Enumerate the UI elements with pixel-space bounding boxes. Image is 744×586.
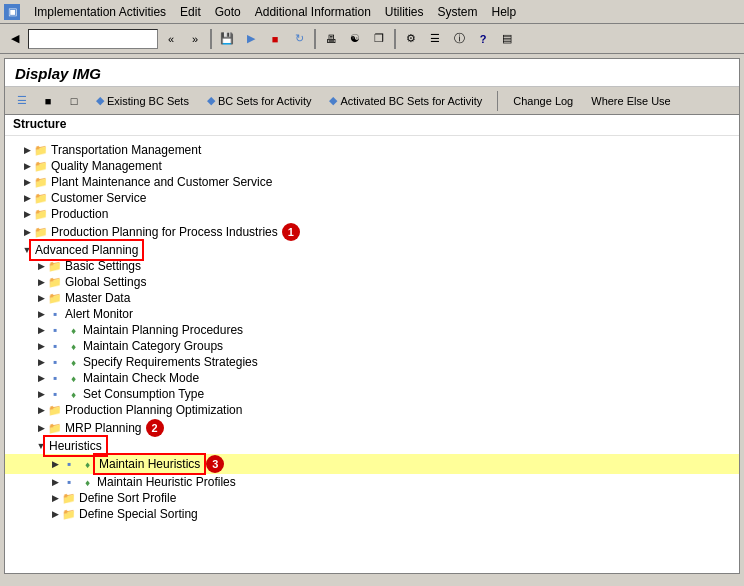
tree-arrow[interactable]: ▶ — [35, 276, 47, 288]
tree-item[interactable]: ▶▪⬧Maintain Check Mode — [5, 370, 739, 386]
help-icon[interactable]: ? — [472, 28, 494, 50]
tree-arrow[interactable]: ▶ — [49, 476, 61, 488]
tree-item-label: Specify Requirements Strategies — [83, 355, 258, 369]
tree-arrow[interactable]: ▶ — [21, 208, 33, 220]
tree-arrow[interactable]: ▶ — [35, 308, 47, 320]
toolbar-input[interactable] — [28, 29, 158, 49]
menu-system[interactable]: System — [432, 3, 484, 21]
tree-item-label: Customer Service — [51, 191, 146, 205]
tree-arrow[interactable]: ▼ — [35, 440, 47, 452]
tree-item[interactable]: ▶📁Customer Service — [5, 190, 739, 206]
menu-additional-information[interactable]: Additional Information — [249, 3, 377, 21]
tree-item-label: Basic Settings — [65, 259, 141, 273]
tree-arrow[interactable]: ▶ — [35, 388, 47, 400]
menu-implementation-activities[interactable]: Implementation Activities — [28, 3, 172, 21]
bc-existing-sets[interactable]: ◆ Existing BC Sets — [89, 91, 196, 110]
menu-edit[interactable]: Edit — [174, 3, 207, 21]
step-badge: 1 — [282, 223, 300, 241]
tree-item[interactable]: ▶📁Basic Settings — [5, 258, 739, 274]
main-content: Display IMG ☰ ■ □ ◆ Existing BC Sets ◆ B… — [4, 58, 740, 574]
tree-item-label: Set Consumption Type — [83, 387, 204, 401]
tree-item-label: Quality Management — [51, 159, 162, 173]
tree-item[interactable]: ▶▪Alert Monitor — [5, 306, 739, 322]
print-icon[interactable]: 🖶 — [320, 28, 342, 50]
tree-item[interactable]: ▶▪⬧Maintain Heuristic Profiles — [5, 474, 739, 490]
settings-icon[interactable]: ⚙ — [400, 28, 422, 50]
tree-arrow[interactable]: ▶ — [21, 192, 33, 204]
tree-item[interactable]: ▶📁Transportation Management — [5, 142, 739, 158]
nav-fwd-icon[interactable]: » — [184, 28, 206, 50]
tree-item[interactable]: ▼Advanced Planning — [5, 242, 739, 258]
tree-arrow[interactable]: ▶ — [35, 260, 47, 272]
tree-item[interactable]: ▶📁Define Sort Profile — [5, 490, 739, 506]
save-icon[interactable]: 💾 — [216, 28, 238, 50]
tree-arrow[interactable]: ▶ — [35, 292, 47, 304]
step-badge: 2 — [146, 419, 164, 437]
bc-icon-activity: ◆ — [207, 94, 215, 107]
tree-item[interactable]: ▶📁MRP Planning2 — [5, 418, 739, 438]
tree-item-label: Plant Maintenance and Customer Service — [51, 175, 272, 189]
tree-arrow[interactable]: ▶ — [35, 404, 47, 416]
tree-item[interactable]: ▶📁Production Planning for Process Indust… — [5, 222, 739, 242]
tree-item[interactable]: ▼Heuristics — [5, 438, 739, 454]
bc-where-else[interactable]: Where Else Use — [584, 92, 677, 110]
extra-icon[interactable]: ▤ — [496, 28, 518, 50]
tree-arrow[interactable]: ▶ — [49, 508, 61, 520]
tree-item[interactable]: ▶📁Quality Management — [5, 158, 739, 174]
document-icon: ▪ — [47, 355, 63, 369]
tree-arrow[interactable]: ▶ — [49, 458, 61, 470]
gear-icon: ⬧ — [65, 371, 81, 385]
menu-utilities[interactable]: Utilities — [379, 3, 430, 21]
gear-icon: ⬧ — [79, 457, 95, 471]
tree-item[interactable]: ▶📁Global Settings — [5, 274, 739, 290]
img-title: Display IMG — [15, 65, 101, 82]
tree-item[interactable]: ▶📁Define Special Sorting — [5, 506, 739, 522]
document-icon: ▪ — [47, 339, 63, 353]
tree-item[interactable]: ▶▪⬧Specify Requirements Strategies — [5, 354, 739, 370]
tree-arrow[interactable]: ▼ — [21, 244, 33, 256]
back-icon[interactable]: ◀ — [4, 28, 26, 50]
info-icon[interactable]: ⓘ — [448, 28, 470, 50]
folder-icon: 📁 — [47, 275, 63, 289]
bc-activated-sets[interactable]: ◆ Activated BC Sets for Activity — [322, 91, 489, 110]
nav-back-icon[interactable]: « — [160, 28, 182, 50]
tree-arrow[interactable]: ▶ — [35, 324, 47, 336]
bc-icon-activated: ◆ — [329, 94, 337, 107]
find-icon[interactable]: ☯ — [344, 28, 366, 50]
toolbar-separator-3 — [394, 29, 396, 49]
tree-item[interactable]: ▶▪⬧Maintain Category Groups — [5, 338, 739, 354]
tree-arrow[interactable]: ▶ — [35, 356, 47, 368]
find2-icon[interactable]: ❐ — [368, 28, 390, 50]
bc-icon-3[interactable]: □ — [63, 90, 85, 112]
tree-arrow[interactable]: ▶ — [21, 176, 33, 188]
tree-arrow[interactable]: ▶ — [35, 422, 47, 434]
tree-item[interactable]: ▶📁Production Planning Optimization — [5, 402, 739, 418]
tree-item[interactable]: ▶📁Master Data — [5, 290, 739, 306]
tree-arrow[interactable]: ▶ — [21, 226, 33, 238]
tree-arrow[interactable]: ▶ — [21, 160, 33, 172]
tree-arrow[interactable]: ▶ — [35, 372, 47, 384]
refresh2-icon[interactable]: ↻ — [288, 28, 310, 50]
menu-goto[interactable]: Goto — [209, 3, 247, 21]
tree-item[interactable]: ▶📁Production — [5, 206, 739, 222]
folder-icon: 📁 — [47, 291, 63, 305]
tree-arrow[interactable]: ▶ — [21, 144, 33, 156]
stop-icon[interactable]: ■ — [264, 28, 286, 50]
tree-item[interactable]: ▶📁Plant Maintenance and Customer Service — [5, 174, 739, 190]
bc-sets-activity[interactable]: ◆ BC Sets for Activity — [200, 91, 319, 110]
tree-arrow[interactable]: ▶ — [49, 492, 61, 504]
tree-item-label: MRP Planning — [65, 421, 142, 435]
tree-item[interactable]: ▶▪⬧Maintain Heuristics3 — [5, 454, 739, 474]
refresh-icon[interactable]: ▶ — [240, 28, 262, 50]
tree-item-label: Transportation Management — [51, 143, 201, 157]
bc-icon-2[interactable]: ■ — [37, 90, 59, 112]
tree-arrow[interactable]: ▶ — [35, 340, 47, 352]
step-badge: 3 — [206, 455, 224, 473]
config-icon[interactable]: ☰ — [424, 28, 446, 50]
gear-icon: ⬧ — [65, 387, 81, 401]
tree-item[interactable]: ▶▪⬧Set Consumption Type — [5, 386, 739, 402]
menu-help[interactable]: Help — [486, 3, 523, 21]
bc-icon-1[interactable]: ☰ — [11, 90, 33, 112]
bc-change-log[interactable]: Change Log — [506, 92, 580, 110]
tree-item[interactable]: ▶▪⬧Maintain Planning Procedures — [5, 322, 739, 338]
